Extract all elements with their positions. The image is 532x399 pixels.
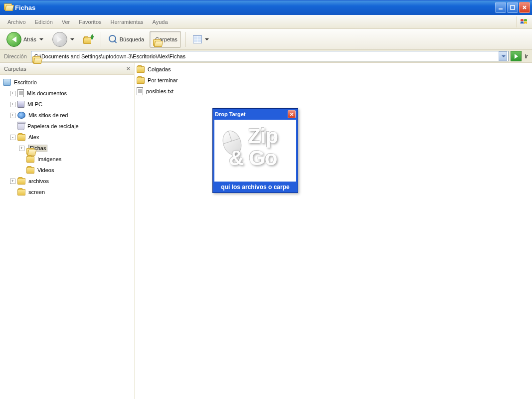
tree-item-screen[interactable]: screen [1,187,133,198]
menubar: Archivo Edición Ver Favoritos Herramient… [0,15,532,29]
up-folder-icon [83,35,93,44]
tree-item-mi-pc[interactable]: + Mi PC [1,99,133,110]
recycle-icon [17,123,24,130]
tree-item-papelera[interactable]: Papelera de reciclaje [1,121,133,132]
pc-icon [17,101,24,108]
go-label: Ir [524,53,530,59]
address-label: Dirección [2,53,29,59]
item-colgadas[interactable]: Colgadas [137,64,530,75]
sidebar-title: Carpetas [4,66,26,72]
item-label: Colgadas [148,66,171,72]
menu-ver[interactable]: Ver [57,17,75,27]
item-posibles-txt[interactable]: posibles.txt [137,86,530,97]
tree-item-sitios-red[interactable]: + Mis sitios de red [1,110,133,121]
tree-item-alex[interactable]: - Alex [1,132,133,143]
svg-rect-0 [499,8,503,9]
expand-icon[interactable]: + [10,91,15,96]
search-button[interactable]: Búsqueda [105,31,148,48]
tree-item-label: Videos [36,167,55,173]
toolbar-separator-2 [185,32,185,47]
forward-dropdown-icon [70,38,74,40]
tree-item-archivos[interactable]: + archivos [1,176,133,187]
menu-favoritos[interactable]: Favoritos [74,17,106,27]
sidebar-close-button[interactable]: × [126,65,130,72]
expand-icon[interactable]: + [19,146,24,151]
drop-target-body[interactable]: Zip & Go [214,120,296,182]
menu-archivo[interactable]: Archivo [3,17,30,27]
window-title: Fichas [14,4,495,11]
close-button[interactable] [519,2,530,13]
toolbar-separator [101,32,101,47]
drop-target-window[interactable]: Drop Target ✕ Zip & Go quí los archivos … [212,108,298,193]
desktop-icon [3,79,11,86]
tree-item-imagenes[interactable]: Imágenes [1,154,133,165]
windows-flag-icon [516,16,529,27]
expand-spacer [10,190,15,195]
folder-icon [137,77,145,84]
expand-icon[interactable]: + [10,179,15,184]
expand-spacer [19,157,24,162]
item-por-terminar[interactable]: Por terminar [137,75,530,86]
tree-item-videos[interactable]: Videos [1,165,133,176]
go-button[interactable] [511,51,522,61]
tree-item-label: Mis sitios de red [27,112,69,118]
tree-item-label: screen [27,189,46,195]
folder-tree: Escritorio + Mis documentos + Mi PC + Mi… [0,75,134,200]
views-dropdown-icon [205,38,209,40]
logo-line1: Zip [248,124,278,148]
maximize-button[interactable] [507,2,518,13]
item-label: posibles.txt [146,88,174,94]
address-field[interactable]: C:\Documents and Settings\uptodown-3\Esc… [31,51,509,61]
back-label: Atrás [23,36,36,42]
expand-icon[interactable]: + [10,102,15,107]
back-arrow-icon [6,32,21,47]
menu-ayuda[interactable]: Ayuda [148,17,173,27]
tree-item-label: archivos [27,178,50,184]
content-pane[interactable]: Colgadas Por terminar posibles.txt Drop … [135,63,532,399]
tree-item-mis-documentos[interactable]: + Mis documentos [1,88,133,99]
folder-icon [26,156,34,163]
tree-root-label: Escritorio [13,79,38,85]
back-button[interactable]: Atrás [3,31,47,48]
folder-icon [137,66,145,73]
logo-line2: & Go [229,146,277,170]
forward-arrow-icon [52,32,67,47]
minimize-button[interactable] [495,2,506,13]
address-dropdown-button[interactable] [499,51,507,61]
toolbar: Atrás Búsqueda Carpetas [0,29,532,50]
tree-item-fichas[interactable]: + Fichas [1,143,133,154]
sidebar-header: Carpetas × [0,63,134,75]
tree-item-label: Alex [27,134,40,140]
menu-edicion[interactable]: Edición [30,17,57,27]
go-arrow-icon [515,54,518,59]
search-icon [109,35,118,44]
expand-icon[interactable]: + [10,113,15,118]
expand-spacer [19,168,24,173]
addressbar: Dirección C:\Documents and Settings\upto… [0,50,532,63]
tree-item-label: Mis documentos [26,90,68,96]
documents-icon [17,89,24,97]
tree-item-label: Mi PC [26,101,43,107]
views-icon [193,35,202,43]
expand-spacer [10,124,15,129]
up-button[interactable] [80,31,97,48]
folder-icon [17,178,25,185]
menu-herramientas[interactable]: Herramientas [106,17,148,27]
network-icon [17,112,25,119]
zip-go-logo: Zip & Go [218,123,293,178]
address-path: C:\Documents and Settings\uptodown-3\Esc… [32,53,499,59]
item-label: Por terminar [148,77,178,83]
views-button[interactable] [189,31,212,48]
drop-target-titlebar[interactable]: Drop Target ✕ [213,109,298,120]
folder-icon [17,189,25,196]
tree-root-escritorio[interactable]: Escritorio [1,77,133,88]
explorer-body: Carpetas × Escritorio + Mis documentos +… [0,63,532,399]
titlebar: Fichas [0,0,532,15]
forward-button[interactable] [49,31,78,48]
drop-target-close-button[interactable]: ✕ [288,110,296,118]
drop-target-status: quí los archivos o carpe [213,182,298,193]
search-label: Búsqueda [120,36,145,42]
folders-sidebar: Carpetas × Escritorio + Mis documentos +… [0,63,135,399]
collapse-icon[interactable]: - [10,135,15,140]
folders-button[interactable]: Carpetas [150,31,181,48]
